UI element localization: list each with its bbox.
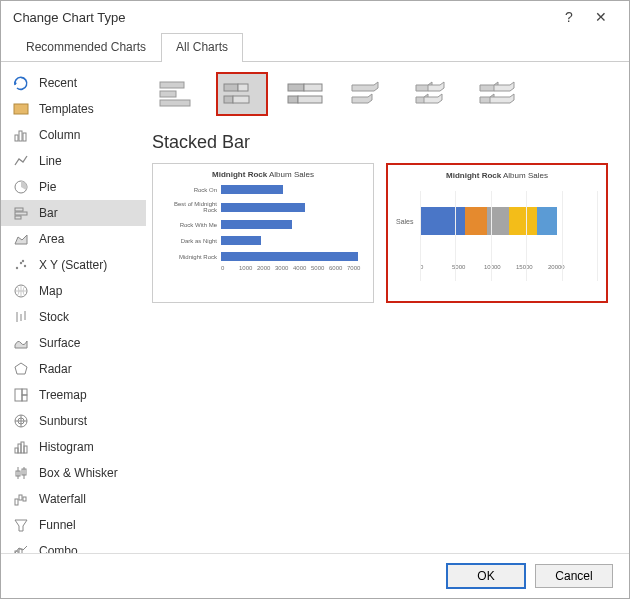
sidebar-item-label: Stock [39, 310, 69, 324]
svg-point-11 [24, 265, 26, 267]
subtype-clustered-bar[interactable] [152, 72, 204, 116]
bar-subtype-row [152, 72, 611, 116]
preview-stacked[interactable]: Midnight Rock Album Sales Sales 05000100… [386, 163, 608, 303]
map-chart-icon [13, 283, 29, 299]
sidebar-item-histogram[interactable]: Histogram [1, 434, 146, 460]
sidebar-item-area[interactable]: Area [1, 226, 146, 252]
box-whisker-chart-icon [13, 465, 29, 481]
dialog-title: Change Chart Type [13, 10, 553, 25]
sidebar-item-treemap[interactable]: Treemap [1, 382, 146, 408]
dialog-body: Recent Templates Column Line Pie Bar [1, 62, 629, 553]
svg-rect-41 [160, 100, 190, 106]
sidebar-item-label: Waterfall [39, 492, 86, 506]
sidebar-item-templates[interactable]: Templates [1, 96, 146, 122]
tab-all-charts[interactable]: All Charts [161, 33, 243, 62]
sunburst-chart-icon [13, 413, 29, 429]
sidebar-item-column[interactable]: Column [1, 122, 146, 148]
svg-rect-42 [224, 84, 238, 91]
svg-rect-44 [224, 96, 233, 103]
svg-rect-6 [15, 212, 27, 215]
tab-strip: Recommended Charts All Charts [1, 33, 629, 62]
area-chart-icon [13, 231, 29, 247]
sidebar-item-bar[interactable]: Bar [1, 200, 146, 226]
sidebar-item-label: Combo [39, 544, 78, 553]
subtype-3d-100-stacked-bar[interactable] [472, 72, 524, 116]
sidebar-item-label: Line [39, 154, 62, 168]
sidebar-item-box-whisker[interactable]: Box & Whisker [1, 460, 146, 486]
sidebar-item-radar[interactable]: Radar [1, 356, 146, 382]
chart-previews: Midnight Rock Album Sales Rock On Best o… [152, 163, 611, 303]
main-panel: Stacked Bar Midnight Rock Album Sales Ro… [146, 62, 629, 553]
seg-midnight-rock [537, 207, 557, 235]
tab-recommended-charts[interactable]: Recommended Charts [11, 33, 161, 62]
surface-chart-icon [13, 335, 29, 351]
subtype-3d-stacked-bar[interactable] [408, 72, 460, 116]
svg-rect-49 [298, 96, 322, 103]
subtype-stacked-bar[interactable] [216, 72, 268, 116]
preview-bars: Rock On Best of Midnight Rock Rock With … [161, 185, 365, 261]
help-button[interactable]: ? [553, 9, 585, 25]
close-button[interactable]: ✕ [585, 9, 617, 25]
svg-rect-5 [15, 208, 23, 211]
seg-rock-with-me [487, 207, 509, 235]
svg-rect-19 [22, 389, 27, 395]
svg-rect-1 [15, 135, 18, 141]
svg-marker-17 [15, 363, 27, 374]
stacked-y-label: Sales [396, 218, 420, 225]
svg-rect-43 [238, 84, 248, 91]
sidebar-item-sunburst[interactable]: Sunburst [1, 408, 146, 434]
svg-rect-2 [19, 131, 22, 141]
svg-rect-33 [15, 499, 18, 505]
stock-chart-icon [13, 309, 29, 325]
sidebar-item-stock[interactable]: Stock [1, 304, 146, 330]
sidebar-item-surface[interactable]: Surface [1, 330, 146, 356]
svg-rect-40 [160, 91, 176, 97]
ok-button[interactable]: OK [447, 564, 525, 588]
subtype-3d-clustered-bar[interactable] [344, 72, 396, 116]
sidebar-item-label: Recent [39, 76, 77, 90]
sidebar-item-map[interactable]: Map [1, 278, 146, 304]
seg-best-of [465, 207, 487, 235]
pie-chart-icon [13, 179, 29, 195]
preview-title: Midnight Rock Album Sales [396, 171, 598, 180]
sidebar-item-combo[interactable]: Combo [1, 538, 146, 553]
seg-dark-as-night [509, 207, 537, 235]
svg-rect-7 [15, 216, 21, 219]
chart-type-sidebar: Recent Templates Column Line Pie Bar [1, 62, 146, 553]
sidebar-item-label: Treemap [39, 388, 87, 402]
svg-point-12 [22, 260, 24, 262]
svg-rect-0 [14, 104, 28, 114]
dialog-footer: OK Cancel [1, 553, 629, 598]
sidebar-item-label: Sunburst [39, 414, 87, 428]
column-chart-icon [13, 127, 29, 143]
preview-x-axis: 05000100001500020000 [420, 264, 598, 270]
sidebar-item-recent[interactable]: Recent [1, 70, 146, 96]
sidebar-item-funnel[interactable]: Funnel [1, 512, 146, 538]
radar-chart-icon [13, 361, 29, 377]
svg-rect-47 [304, 84, 322, 91]
histogram-chart-icon [13, 439, 29, 455]
titlebar: Change Chart Type ? ✕ [1, 1, 629, 33]
cancel-button[interactable]: Cancel [535, 564, 613, 588]
sidebar-item-label: Pie [39, 180, 56, 194]
svg-rect-48 [288, 96, 298, 103]
subtype-100-stacked-bar[interactable] [280, 72, 332, 116]
svg-rect-35 [23, 497, 26, 501]
svg-point-10 [20, 262, 22, 264]
seg-rock-on [420, 207, 465, 235]
svg-rect-34 [19, 495, 22, 500]
preview-clustered[interactable]: Midnight Rock Album Sales Rock On Best o… [152, 163, 374, 303]
recent-icon [13, 75, 29, 91]
sidebar-item-pie[interactable]: Pie [1, 174, 146, 200]
waterfall-chart-icon [13, 491, 29, 507]
preview-title: Midnight Rock Album Sales [161, 170, 365, 179]
treemap-chart-icon [13, 387, 29, 403]
sidebar-item-label: Column [39, 128, 80, 142]
sidebar-item-label: Box & Whisker [39, 466, 118, 480]
svg-marker-36 [15, 520, 27, 531]
sidebar-item-line[interactable]: Line [1, 148, 146, 174]
svg-marker-8 [15, 235, 27, 244]
sidebar-item-xy-scatter[interactable]: X Y (Scatter) [1, 252, 146, 278]
sidebar-item-waterfall[interactable]: Waterfall [1, 486, 146, 512]
sidebar-item-label: Area [39, 232, 64, 246]
